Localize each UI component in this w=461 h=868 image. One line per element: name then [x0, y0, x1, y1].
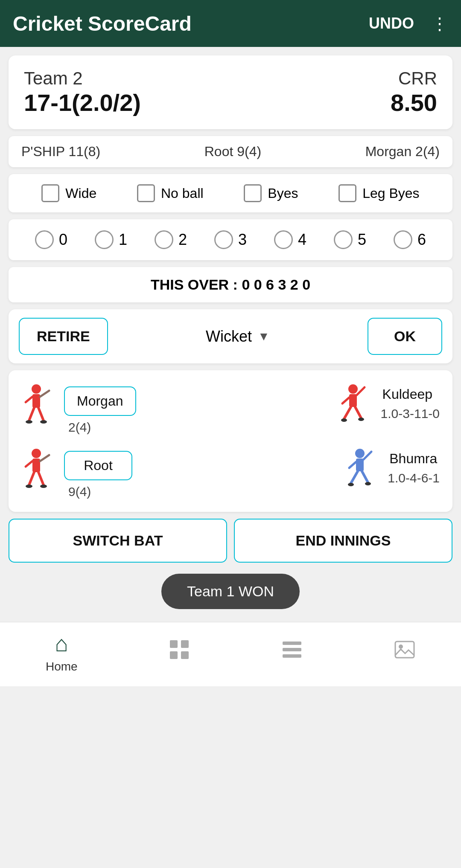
svg-point-8 — [348, 384, 358, 394]
undo-button[interactable]: UNDO — [369, 15, 414, 32]
svg-point-14 — [341, 418, 347, 422]
nav-grid[interactable] — [169, 639, 190, 665]
no-ball-checkbox[interactable] — [137, 184, 155, 202]
team-name: Team 2 — [24, 68, 141, 89]
this-over-label: THIS OVER : 0 0 6 3 2 0 — [151, 276, 310, 293]
run-option-1[interactable]: 1 — [95, 230, 127, 249]
no-ball-label: No ball — [161, 186, 204, 201]
run-label-6: 6 — [417, 231, 426, 249]
radio-1[interactable] — [95, 230, 114, 249]
run-label-4: 4 — [298, 231, 306, 249]
svg-line-29 — [362, 471, 368, 482]
image-icon — [394, 639, 415, 665]
svg-point-0 — [32, 384, 41, 394]
this-over-display: THIS OVER : 0 0 6 3 2 0 — [9, 267, 452, 302]
bowler2-group: Bhumra 1.0-4-6-1 — [228, 447, 440, 499]
svg-line-7 — [26, 397, 32, 402]
svg-rect-37 — [283, 648, 301, 651]
main-content: Team 2 17-1(2.0/2) CRR 8.50 P'SHIP 11(8)… — [0, 47, 461, 613]
svg-line-4 — [38, 408, 44, 421]
run-option-2[interactable]: 2 — [155, 230, 187, 249]
run-option-3[interactable]: 3 — [214, 230, 247, 249]
svg-rect-32 — [170, 640, 178, 648]
run-label-5: 5 — [358, 231, 366, 249]
run-label-1: 1 — [119, 231, 127, 249]
run-option-6[interactable]: 6 — [394, 230, 426, 249]
nav-list[interactable] — [281, 639, 303, 665]
svg-rect-38 — [283, 654, 301, 658]
batsman2-name-button[interactable]: Root — [64, 451, 132, 480]
svg-rect-33 — [181, 640, 189, 648]
radio-2[interactable] — [155, 230, 173, 249]
svg-rect-39 — [395, 642, 414, 658]
byes-checkbox[interactable] — [244, 184, 262, 202]
run-label-3: 3 — [238, 231, 247, 249]
players-section: Morgan 2(4) — [9, 370, 452, 512]
bowler2-icon — [341, 447, 383, 494]
run-label-2: 2 — [178, 231, 187, 249]
radio-3[interactable] — [214, 230, 233, 249]
radio-5[interactable] — [334, 230, 353, 249]
svg-line-13 — [355, 407, 361, 418]
wide-checkbox-label[interactable]: Wide — [41, 184, 96, 202]
bowler1-group: Kuldeep 1.0-3-11-0 — [228, 383, 440, 435]
wicket-label: Wicket — [206, 328, 252, 345]
svg-rect-34 — [170, 651, 178, 659]
partnership-label: P'SHIP 11(8) — [21, 144, 100, 160]
svg-point-6 — [40, 420, 47, 424]
leg-byes-checkbox-label[interactable]: Leg Byes — [338, 184, 419, 202]
svg-point-15 — [358, 418, 364, 421]
radio-0[interactable] — [35, 230, 54, 249]
svg-line-12 — [344, 407, 351, 419]
run-option-0[interactable]: 0 — [35, 230, 67, 249]
nav-home-label: Home — [46, 660, 78, 673]
crr-value: 8.50 — [391, 89, 437, 116]
wide-checkbox[interactable] — [41, 184, 59, 202]
batsman1-icon — [17, 383, 60, 430]
wicket-dropdown[interactable]: Wicket ▼ — [108, 328, 368, 345]
nav-home[interactable]: ⌂ Home — [46, 631, 78, 673]
bottom-actions: SWITCH BAT END INNINGS — [9, 519, 452, 563]
batsman2-stats: 9(4) — [64, 485, 91, 499]
extras-bar: Wide No ball Byes Leg Byes — [9, 174, 452, 212]
more-options-button[interactable]: ⋮ — [431, 14, 448, 33]
nav-image[interactable] — [394, 639, 415, 665]
switch-bat-button[interactable]: SWITCH BAT — [9, 519, 227, 563]
batsman1-name-button[interactable]: Morgan — [64, 386, 136, 416]
bowler2-name: Bhumra — [388, 451, 437, 467]
radio-6[interactable] — [394, 230, 412, 249]
batsman2-info: Root 9(4) — [64, 447, 132, 499]
svg-line-26 — [364, 452, 371, 459]
run-label-0: 0 — [59, 231, 67, 249]
list-icon — [281, 639, 303, 665]
svg-point-22 — [40, 485, 47, 488]
retire-button[interactable]: RETIRE — [19, 318, 108, 355]
partnership-bar: P'SHIP 11(8) Root 9(4) Morgan 2(4) — [9, 136, 452, 167]
svg-line-28 — [351, 471, 358, 483]
score-left: Team 2 17-1(2.0/2) — [24, 68, 141, 116]
radio-4[interactable] — [274, 230, 293, 249]
svg-rect-35 — [181, 651, 189, 659]
wide-label: Wide — [65, 186, 96, 201]
ok-button[interactable]: OK — [368, 318, 442, 355]
svg-point-30 — [348, 483, 354, 486]
batsman1-group: Morgan 2(4) — [17, 383, 228, 435]
byes-checkbox-label[interactable]: Byes — [244, 184, 298, 202]
batsman1-stats: 2(4) — [64, 420, 91, 435]
svg-line-2 — [40, 391, 49, 397]
batsman2-icon — [17, 447, 60, 494]
bowler1-stats: 1.0-3-11-0 — [381, 406, 440, 421]
svg-line-20 — [38, 472, 44, 485]
end-innings-button[interactable]: END INNINGS — [234, 519, 452, 563]
byes-label: Byes — [268, 186, 298, 201]
toast-container: Team 1 WON — [9, 574, 452, 609]
svg-rect-25 — [356, 459, 364, 471]
no-ball-checkbox-label[interactable]: No ball — [137, 184, 204, 202]
app-title: Cricket ScoreCard — [13, 12, 192, 35]
svg-line-23 — [26, 461, 32, 467]
bottom-nav: ⌂ Home — [0, 622, 461, 686]
leg-byes-checkbox[interactable] — [338, 184, 356, 202]
run-option-4[interactable]: 4 — [274, 230, 306, 249]
svg-line-11 — [342, 398, 349, 404]
run-option-5[interactable]: 5 — [334, 230, 366, 249]
